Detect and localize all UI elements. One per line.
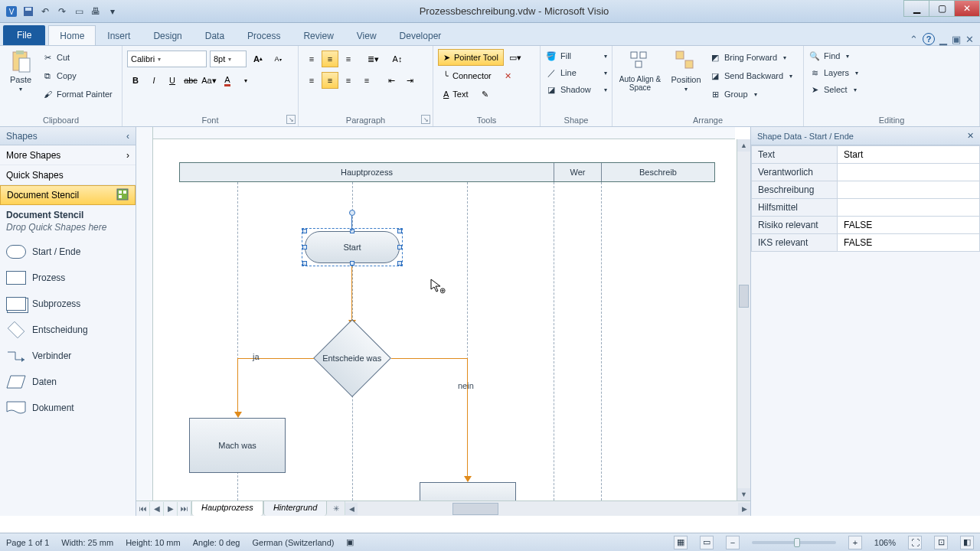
window-min-icon[interactable]: ▁ xyxy=(939,34,947,45)
cut-button[interactable]: ✂Cut xyxy=(41,49,113,66)
underline-icon[interactable]: U xyxy=(164,72,181,89)
scroll-left-icon[interactable]: ◀ xyxy=(345,503,358,515)
position-button[interactable]: Position▾ xyxy=(668,47,704,103)
window-close-icon[interactable]: ✕ xyxy=(965,34,974,45)
shape-dokument[interactable]: Dokument xyxy=(0,395,136,421)
rectangle-tool-icon[interactable]: ▭▾ xyxy=(507,49,524,66)
scroll-up-icon[interactable]: ▲ xyxy=(737,139,750,152)
maximize-button[interactable]: ▢ xyxy=(929,0,955,17)
shape-daten[interactable]: Daten xyxy=(0,369,136,395)
zoom-knob[interactable] xyxy=(794,538,800,547)
redo-icon[interactable]: ↷ xyxy=(55,5,69,18)
tab-developer[interactable]: Developer xyxy=(388,25,453,45)
new-sheet-icon[interactable]: ✳ xyxy=(327,501,345,515)
pointer-tool-button[interactable]: ➤Pointer Tool xyxy=(438,49,504,66)
qat-new-icon[interactable]: ▭ xyxy=(72,5,86,18)
indent-increase-icon[interactable]: ⇥ xyxy=(401,72,418,89)
tab-data[interactable]: Data xyxy=(194,25,236,45)
prev-sheet-icon[interactable]: ◀ xyxy=(150,502,164,516)
shape-subprozess[interactable]: Subprozess xyxy=(0,291,136,317)
minimize-button[interactable]: ▁ xyxy=(903,0,929,17)
bold-icon[interactable]: B xyxy=(127,72,144,89)
connection-point-icon[interactable]: ✕ xyxy=(500,67,517,84)
tab-insert[interactable]: Insert xyxy=(96,25,142,45)
tab-view[interactable]: View xyxy=(345,25,388,45)
paste-button[interactable]: Paste ▾ xyxy=(5,47,37,103)
auto-align-button[interactable]: Auto Align & Space xyxy=(617,47,663,103)
undo-icon[interactable]: ↶ xyxy=(38,5,52,18)
font-dialog-icon[interactable]: ↘ xyxy=(286,115,296,124)
document-stencil-item[interactable]: Document Stencil xyxy=(0,185,136,205)
font-name-combo[interactable]: Calibri▾ xyxy=(127,51,207,67)
pan-zoom-icon[interactable]: ⊡ xyxy=(934,536,948,549)
align-left-icon[interactable]: ≡ xyxy=(303,72,320,89)
font-size-combo[interactable]: 8pt▾ xyxy=(210,51,247,67)
close-button[interactable]: ✕ xyxy=(954,0,980,17)
normal-view-icon[interactable]: ▭ xyxy=(700,536,714,549)
lane-hauptprozess[interactable]: Hauptprozess xyxy=(180,163,554,181)
window-restore-icon[interactable]: ▣ xyxy=(952,34,961,45)
label-ja[interactable]: ja xyxy=(253,352,260,361)
line-button[interactable]: ／Line▾ xyxy=(545,64,607,81)
copy-button[interactable]: ⧉Copy xyxy=(41,67,113,84)
connector-start-decision[interactable] xyxy=(351,266,352,321)
process-node-2[interactable] xyxy=(420,482,516,500)
scroll-thumb[interactable] xyxy=(739,285,749,308)
last-sheet-icon[interactable]: ⏭ xyxy=(178,502,191,516)
align-top-icon[interactable]: ≡ xyxy=(303,51,320,67)
tab-process[interactable]: Process xyxy=(236,25,292,45)
decision-node[interactable]: Entscheide was xyxy=(313,319,391,397)
zoom-out-icon[interactable]: − xyxy=(726,536,740,549)
ink-icon[interactable]: ✎ xyxy=(477,86,494,103)
collapse-icon[interactable]: ‹ xyxy=(126,131,129,142)
status-language[interactable]: German (Switzerland) xyxy=(252,538,334,547)
shape-prozess[interactable]: Prozess xyxy=(0,265,136,291)
sheet-tab-bg[interactable]: Hintergrund xyxy=(263,500,327,516)
text-direction-icon[interactable]: A↕ xyxy=(389,51,406,67)
first-sheet-icon[interactable]: ⏮ xyxy=(136,502,150,516)
scroll-down-icon[interactable]: ▼ xyxy=(737,488,750,500)
paragraph-dialog-icon[interactable]: ↘ xyxy=(421,115,430,124)
format-painter-button[interactable]: 🖌Format Painter xyxy=(41,86,113,103)
qat-print-icon[interactable]: 🖶 xyxy=(89,5,103,18)
font-color-icon[interactable]: A xyxy=(219,72,236,89)
tab-review[interactable]: Review xyxy=(292,25,345,45)
ribbon-minimize-icon[interactable]: ⌃ xyxy=(910,34,918,45)
presentation-mode-icon[interactable]: ▦ xyxy=(674,536,688,549)
connector-no-down[interactable] xyxy=(467,358,468,478)
lane-wer[interactable]: Wer xyxy=(554,163,602,181)
fullscreen-icon[interactable]: ◧ xyxy=(960,536,974,549)
bullets-icon[interactable]: ≣▾ xyxy=(364,51,381,67)
align-bottom-icon[interactable]: ≡ xyxy=(340,51,357,67)
vertical-scrollbar[interactable]: ▲ ▼ xyxy=(737,139,750,500)
sd-beschreibung-value[interactable] xyxy=(838,181,980,199)
sd-hilfsmittel-value[interactable] xyxy=(838,199,980,217)
text-button[interactable]: AText xyxy=(438,86,474,103)
stencil-mode-icon[interactable] xyxy=(116,188,129,203)
hscroll-thumb[interactable] xyxy=(452,503,498,515)
quick-shapes-item[interactable]: Quick Shapes xyxy=(0,165,136,185)
shape-verbinder[interactable]: Verbinder xyxy=(0,343,136,369)
horizontal-scrollbar[interactable]: ◀ ▶ xyxy=(345,501,750,516)
grow-font-icon[interactable]: A▴ xyxy=(250,51,266,67)
shape-entscheidung[interactable]: Entscheidung xyxy=(0,317,136,343)
macro-record-icon[interactable]: ▣ xyxy=(346,537,354,547)
align-middle-icon[interactable]: ≡ xyxy=(322,51,338,67)
sd-text-value[interactable]: Start xyxy=(838,146,980,164)
fit-page-icon[interactable]: ⛶ xyxy=(908,536,922,549)
bring-forward-button[interactable]: ◩Bring Forward▾ xyxy=(709,49,792,66)
connector-decision-yes[interactable] xyxy=(237,358,314,359)
rotation-handle[interactable] xyxy=(349,210,355,216)
shadow-button[interactable]: ◪Shadow▾ xyxy=(545,81,607,98)
label-nein[interactable]: nein xyxy=(458,381,474,390)
connector-decision-no[interactable] xyxy=(391,358,467,359)
align-right-icon[interactable]: ≡ xyxy=(340,72,357,89)
strike-icon[interactable]: abc xyxy=(182,72,199,89)
horizontal-ruler[interactable] xyxy=(153,127,735,139)
shrink-font-icon[interactable]: A▾ xyxy=(270,51,286,67)
help-icon[interactable]: ? xyxy=(923,33,935,45)
select-button[interactable]: ➤Select▾ xyxy=(808,81,975,98)
lane-beschreib[interactable]: Beschreib xyxy=(602,163,714,181)
shape-start-ende[interactable]: Start / Ende xyxy=(0,239,136,265)
font-color-dd-icon[interactable]: ▾ xyxy=(237,72,254,89)
